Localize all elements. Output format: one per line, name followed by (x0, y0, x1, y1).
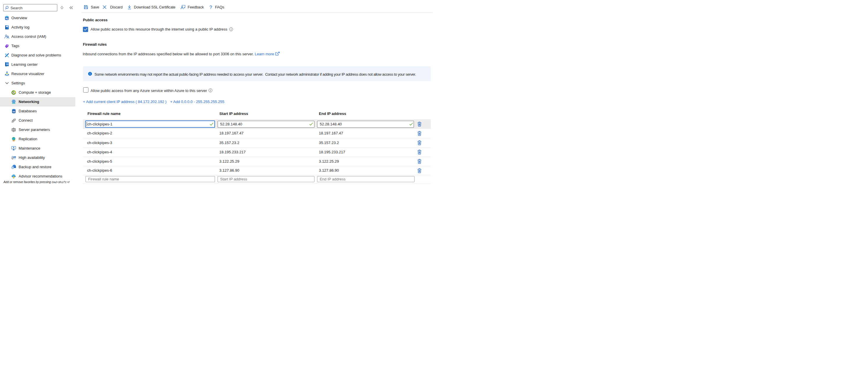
svg-text:My: My (5, 18, 8, 20)
svg-text:101: 101 (6, 63, 9, 65)
svg-text:$: $ (13, 91, 14, 94)
svg-text:?: ? (210, 5, 212, 10)
svg-text:DB: DB (12, 111, 15, 112)
